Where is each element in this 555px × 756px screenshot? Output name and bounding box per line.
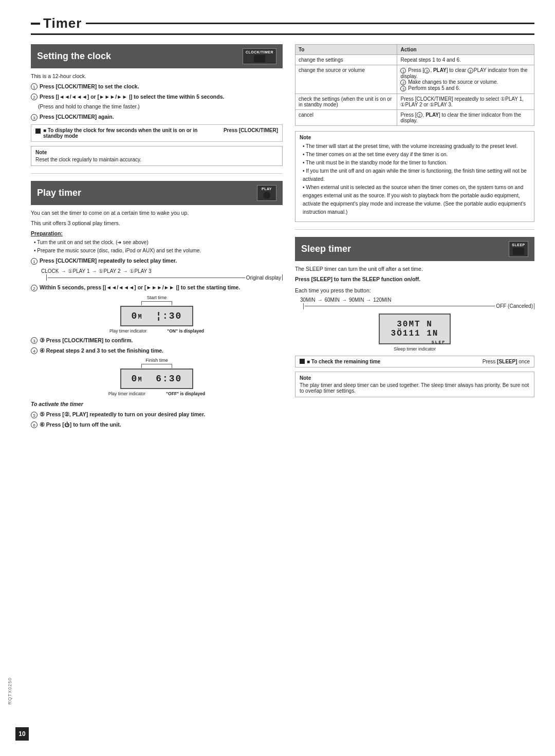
- step-1-text: Press [CLOCK/TIMER] to set the clock.: [40, 83, 139, 89]
- left-column: Setting the clock CLOCK/TIMER This is a …: [31, 44, 283, 430]
- row2-circle-2: 2: [424, 68, 430, 73]
- sleep-arrow-diagram: 30MIN → 60MIN → 90MIN → 120MIN OFF (Canc…: [300, 297, 534, 309]
- table-row-1-action: Repeat steps 1 to 4 and 6.: [397, 55, 534, 65]
- arrow-clock: CLOCK: [41, 268, 59, 274]
- start-bracket-top: [141, 301, 172, 305]
- table-row-2-action-3: 3 Perform steps 5 and 6.: [400, 85, 460, 91]
- step-2-text: Press [|◄◄/◄◄◄] or [►►►/►► |] to select …: [40, 94, 225, 100]
- sleep-each-time: Each time you press the button:: [295, 287, 534, 295]
- clock-note-title: Note: [35, 150, 278, 155]
- clock-note-text: Reset the clock regularly to maintain ac…: [35, 157, 278, 162]
- right-note-2: The timer comes on at the set time every…: [303, 151, 530, 159]
- sleep-off-label: OFF (Canceled): [496, 303, 533, 309]
- page-title-bar: Timer: [31, 15, 534, 35]
- play-arrow-row2: Original display: [41, 274, 283, 281]
- row2-circle-3: 2: [468, 68, 473, 73]
- section-divider-1: [31, 173, 283, 174]
- clock-timer-button-label: CLOCK/TIMER: [246, 50, 273, 54]
- right-note-3: The unit must be in the standby mode for…: [303, 159, 530, 167]
- sleep-display-line2: 3Ö111 1N: [391, 329, 439, 338]
- play-button-icon: PLAY: [257, 185, 276, 201]
- start-timer-indicator: Play timer indicator: [109, 328, 146, 334]
- play-step-1-circle: 1: [31, 258, 38, 265]
- play-arrow-diagram: CLOCK → ①PLAY 1 → ①PLAY 2 → ①PLAY 3 Orig…: [41, 268, 283, 281]
- arrow-3: →: [122, 268, 127, 274]
- play-arrow-row1: CLOCK → ①PLAY 1 → ①PLAY 2 → ①PLAY 3: [41, 268, 283, 274]
- check-remaining-label: ■ To check the remaining time: [307, 359, 380, 364]
- start-on-bold: "ON" is displayed: [167, 328, 204, 334]
- play-step-6: 6 ⑥ Press [⏻] to turn off the unit.: [31, 421, 283, 429]
- table-header-row: To Action: [295, 45, 534, 55]
- play-timer-title: Play timer: [37, 188, 81, 198]
- row2-circle-4: 2: [400, 80, 406, 85]
- arrow-vert-left: [46, 274, 47, 281]
- black-square-icon: [35, 128, 41, 134]
- finish-off-bold: "OFF" is displayed: [166, 391, 205, 396]
- start-time-label: Start time: [147, 295, 167, 300]
- sleep-arrow-120: 120MIN: [373, 297, 391, 303]
- sleep-arrow-row1: 30MIN → 60MIN → 90MIN → 120MIN: [300, 297, 534, 303]
- row2-circle-5: 3: [400, 86, 406, 91]
- check-black-square: [300, 359, 305, 364]
- check-remaining-action: Press [SLEEP] once: [483, 359, 530, 364]
- setting-clock-title: Setting the clock: [37, 51, 111, 62]
- start-time-bracket-label: Start time: [31, 295, 283, 300]
- rqtx-label: RQTX0250: [7, 677, 12, 705]
- sleep-arrow-90: 90MIN: [349, 297, 364, 303]
- sleep-arr-1: →: [317, 297, 322, 303]
- sleep-horiz: [305, 306, 495, 306]
- play-timer-intro1: You can set the timer to come on at a ce…: [31, 209, 283, 217]
- row2-play-1: PLAY: [433, 67, 447, 73]
- right-note-title: Note: [300, 135, 530, 140]
- right-column: To Action change the settings Repeat ste…: [295, 44, 534, 430]
- clock-step-2-sub: (Press and hold to change the time faste…: [38, 103, 283, 111]
- start-on-label: "ON" is displayed: [167, 328, 204, 334]
- finish-time-wrapper: Finish time 0M 6:30 Play timer indicator…: [31, 358, 283, 396]
- play-step-4: 4 ④ Repeat steps 2 and 3 to set the fini…: [31, 347, 283, 355]
- arrow-horiz: [48, 278, 245, 278]
- prep-list: Turn the unit on and set the clock. (➜ s…: [34, 238, 283, 255]
- orig-display-label: Original display: [246, 275, 281, 281]
- finish-time-display: 0M 6:30: [120, 368, 194, 389]
- step-3-text: Press [CLOCK/TIMER] again.: [40, 114, 114, 120]
- clock-note-box: Note Reset the clock regularly to mainta…: [31, 146, 283, 166]
- sleep-arrow-60: 60MIN: [324, 297, 339, 303]
- display-clock-label: ■ To display the clock for few seconds w…: [43, 127, 218, 139]
- right-note-5: When external unit is selected as the so…: [303, 183, 530, 216]
- check-sleep-bold: [SLEEP]: [497, 359, 517, 364]
- table-row-2-action: 1 Press [2, PLAY] to clear 2PLAY indicat…: [397, 65, 534, 94]
- table-row-2-to: change the source or volume: [295, 65, 397, 94]
- two-col-layout: Setting the clock CLOCK/TIMER This is a …: [31, 44, 534, 430]
- sleep-display-line1: 30MT N: [397, 320, 433, 329]
- sleep-display-wrapper: 30MT N 3Ö111 1N SLEP Sleep timer indicat…: [379, 314, 451, 352]
- table-col-to: To: [295, 45, 397, 55]
- finish-timer-indicator: Play timer indicator: [108, 391, 145, 396]
- table-row-3-action: Press [CLOCK/TIMER] repeatedly to select…: [397, 94, 534, 109]
- table-row-2-action-2: 2 Make changes to the source or volume.: [400, 79, 498, 85]
- setting-clock-header: Setting the clock CLOCK/TIMER: [31, 44, 283, 68]
- display-clock-box: ■ To display the clock for few seconds w…: [31, 124, 283, 142]
- table-row-1: change the settings Repeat steps 1 to 4 …: [295, 55, 534, 65]
- sleep-button-square: [513, 248, 524, 255]
- right-note-box: Note The timer will start at the preset …: [295, 131, 534, 222]
- clock-timer-button-square: [254, 55, 265, 62]
- sleep-arr-2: →: [342, 297, 347, 303]
- arrow-1: →: [61, 268, 66, 274]
- title-dash: [31, 23, 40, 25]
- check-remaining-box: ■ To check the remaining time Press [SLE…: [295, 356, 534, 367]
- page-number: 10: [15, 727, 29, 741]
- section-divider-right: [295, 229, 534, 230]
- step-3-circle: 3: [31, 114, 38, 121]
- play-step-5-circle: 5: [31, 412, 38, 418]
- prep-header: Preparation:: [31, 230, 283, 236]
- start-display-labels: Play timer indicator "ON" is displayed: [31, 328, 283, 334]
- start-time-bracket: [31, 301, 283, 305]
- sleep-intro: The SLEEP timer can turn the unit off af…: [295, 265, 534, 273]
- row2-circle-1: 1: [400, 68, 406, 73]
- play-button-circle: [263, 192, 270, 199]
- sleep-button-icon: SLEEP: [509, 241, 528, 257]
- table-row-4-to: cancel: [295, 109, 397, 126]
- play-step-3-circle: 3: [31, 337, 38, 344]
- arrow-play3: ①PLAY 3: [130, 268, 151, 274]
- finish-bracket-top: [141, 364, 172, 368]
